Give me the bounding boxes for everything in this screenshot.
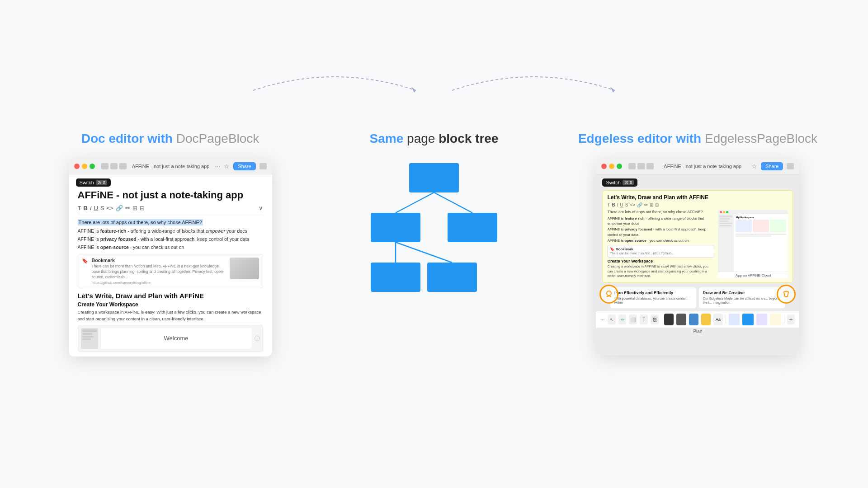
edgeless-card-text: There are lots of apps out there, so why… bbox=[607, 210, 714, 215]
edgeless-plan-text: With powerful databases, you can create … bbox=[614, 296, 693, 305]
edgeless-body: Switch ⌘ S Let's Write, Draw and Plan wi… bbox=[596, 174, 799, 355]
doc-para3: AFFiNE is open-source - you can check us… bbox=[78, 244, 263, 251]
doc-bookmark: 🔖 Bookmark There can be more than Notion… bbox=[78, 254, 263, 289]
edgeless-preview-1 bbox=[729, 314, 740, 325]
svg-marker-1 bbox=[610, 87, 615, 93]
svg-rect-5 bbox=[371, 263, 420, 292]
edgeless-mini-toolbar: T B I U S <> 🔗 ✏ ⊞ ⊟ bbox=[607, 202, 788, 207]
edgeless-draw-title: Draw and Be Creative bbox=[703, 291, 781, 295]
doc-section-heading: Let's Write, Draw and Plan with AFFiNE bbox=[78, 292, 263, 300]
doc-share-button[interactable]: Share bbox=[233, 162, 255, 170]
svg-marker-0 bbox=[411, 87, 416, 93]
edgeless-editor-window: AFFiNE - not just a note-taking app ☆ Sh… bbox=[596, 159, 799, 355]
edgeless-window-title: AFFiNE - not just a note-taking app bbox=[657, 164, 748, 169]
left-section-title: Doc editor with DocPageBlock bbox=[81, 131, 259, 146]
svg-rect-4 bbox=[448, 213, 497, 242]
window-titlebar: AFFiNE - not just a note-taking app ··· … bbox=[69, 159, 272, 174]
doc-highlight: There are lots of apps out there, so why… bbox=[78, 219, 203, 225]
edgeless-add-button[interactable]: + bbox=[787, 314, 795, 324]
left-section: Doc editor with DocPageBlock AFFiNE bbox=[36, 131, 304, 357]
doc-editor-window: AFFiNE - not just a note-taking app ··· … bbox=[69, 159, 272, 357]
right-section-title: Edgeless editor with EdgelessPageBlock bbox=[578, 131, 817, 146]
middle-section-title: Same page block tree bbox=[370, 131, 499, 146]
doc-switch-badge[interactable]: Switch ⌘ S bbox=[76, 178, 111, 187]
svg-rect-2 bbox=[409, 163, 459, 192]
edgeless-tool-image[interactable]: 🖼 bbox=[651, 314, 659, 324]
welcome-text: Welcome bbox=[164, 335, 189, 342]
bookmark-desc: There can be more than Notion and Miro. … bbox=[92, 264, 226, 280]
doc-body: AFFiNE - not just a note-taking app T B … bbox=[69, 187, 272, 357]
edgeless-color-dark[interactable] bbox=[664, 314, 674, 325]
doc-toolbar: T B I U S <> 🔗 ✏ ⊞ ⊟ ∨ bbox=[78, 205, 263, 214]
edgeless-plan-title: Plan Effectively and Efficiently bbox=[614, 291, 693, 295]
edgeless-circle-right bbox=[777, 285, 796, 304]
edgeless-color-blue[interactable] bbox=[689, 314, 698, 325]
edgeless-color-text-size[interactable]: Aa bbox=[713, 314, 723, 325]
doc-para1: AFFiNE is feature-rich - offering a wide… bbox=[78, 228, 263, 235]
edgeless-draw-section: Draw and Be Creative Our Edgeless Mode c… bbox=[699, 287, 785, 309]
right-section: Edgeless editor with EdgelessPageBlock bbox=[564, 131, 832, 355]
edgeless-switch-badge[interactable]: Switch ⌘ S bbox=[602, 178, 637, 187]
edgeless-tool-text[interactable]: T bbox=[640, 314, 648, 324]
edgeless-bookmark: 🔖 Bookmark There can be more than Not...… bbox=[607, 245, 714, 258]
middle-section: Same page block tree bbox=[313, 131, 555, 303]
bookmark-thumbnail bbox=[230, 258, 259, 279]
edgeless-share-button[interactable]: Share bbox=[761, 162, 783, 170]
edgeless-tool-shapes[interactable]: ⬜ bbox=[629, 314, 637, 324]
tree-diagram bbox=[362, 159, 506, 303]
svg-line-8 bbox=[434, 192, 472, 213]
doc-sub-text: Creating a workspace in AFFiNE is easy! … bbox=[78, 309, 263, 322]
doc-title: AFFiNE - not just a note-taking app bbox=[78, 189, 263, 201]
edgeless-circle-left bbox=[599, 285, 618, 304]
edgeless-preview-3 bbox=[756, 314, 767, 325]
edgeless-tool-pen[interactable]: ✏ bbox=[618, 314, 627, 324]
doc-window-title: AFFiNE - not just a note-taking app bbox=[130, 164, 212, 169]
edgeless-main-card: Let's Write, Draw and Plan with AFFiNE T… bbox=[602, 190, 793, 282]
edgeless-preview-4 bbox=[770, 314, 781, 325]
svg-rect-6 bbox=[427, 263, 477, 292]
edgeless-workspace-section: Create Your Workspace Creating a workspa… bbox=[607, 259, 714, 279]
edgeless-preview-2 bbox=[742, 314, 753, 325]
svg-point-11 bbox=[607, 291, 611, 296]
edgeless-plan-section: Plan Effectively and Efficiently With po… bbox=[610, 287, 696, 309]
svg-rect-3 bbox=[371, 213, 420, 242]
edgeless-color-mid[interactable] bbox=[676, 314, 686, 325]
bookmark-url: https://github.com/toeverything/affine bbox=[92, 281, 226, 285]
bookmark-title: Bookmark bbox=[92, 258, 226, 263]
edgeless-plan-label: Plan bbox=[596, 328, 799, 337]
edgeless-tool-cursor[interactable]: ↖ bbox=[608, 314, 616, 324]
edgeless-card-title: Let's Write, Draw and Plan with AFFiNE bbox=[607, 194, 788, 201]
doc-para2: AFFiNE is privacy focused - with a local… bbox=[78, 236, 263, 243]
edgeless-bottom-toolbar: ··· ↖ ✏ ⬜ T 🖼 Aa bbox=[596, 311, 799, 328]
edgeless-titlebar: AFFiNE - not just a note-taking app ☆ Sh… bbox=[596, 159, 799, 174]
svg-line-10 bbox=[396, 242, 452, 263]
edgeless-draw-text: Our Edgeless Mode can be utilised as a v… bbox=[703, 296, 781, 305]
edgeless-color-yellow[interactable] bbox=[701, 314, 711, 325]
doc-sub-heading: Create Your Workspace bbox=[78, 301, 263, 308]
doc-screenshot-preview: Welcome i bbox=[78, 325, 263, 352]
edgeless-right-preview: MyWorkspace bbox=[718, 210, 788, 278]
svg-line-7 bbox=[396, 192, 434, 213]
